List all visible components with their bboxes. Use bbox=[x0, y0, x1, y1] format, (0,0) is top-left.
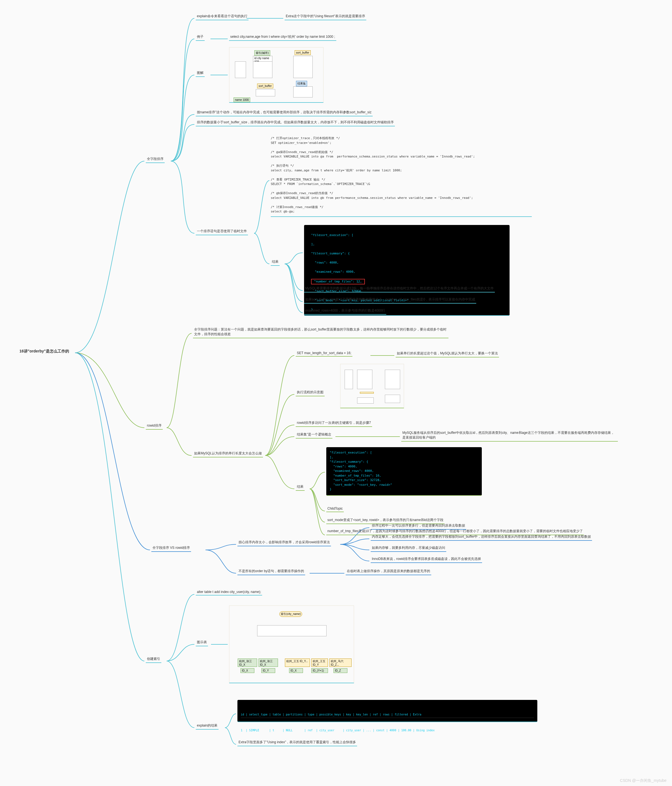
d1-rid: name 1000 bbox=[234, 97, 250, 102]
leaf-result-label: 结果 bbox=[271, 259, 279, 266]
d3-c1: 杭州_张三 ID_X bbox=[238, 659, 257, 667]
leaf-w2: 内存足够大，会优先选择全字段排序，把需要的字段都放到sort_buffer中，这… bbox=[371, 534, 592, 541]
leaf-diagram-label4: 图示表 bbox=[196, 640, 208, 646]
root-node: 16讲"orderby"是怎么工作的 bbox=[17, 347, 72, 355]
d1-resb bbox=[293, 86, 312, 97]
diagram-fullfield: 索引(城市) sort_buffer id city name age sort… bbox=[229, 47, 323, 103]
leaf-extra: Extra这个字段中的"Using filesort"表示的就是需要排序 bbox=[285, 14, 366, 20]
d3-v2: ID_Y bbox=[261, 668, 275, 673]
d2-b bbox=[357, 369, 372, 389]
leaf-alter: alter table t add index city_user(city, … bbox=[196, 590, 262, 596]
d1-sb: sort_buffer bbox=[295, 50, 311, 55]
d3-c3: 杭州_王五 ID_Y... bbox=[285, 659, 310, 667]
d1-r bbox=[293, 56, 312, 78]
leaf-note2: 排序的数据量小于sort_buffer_size，排序就在内存中完成。但如果排序… bbox=[196, 120, 395, 126]
d1-l bbox=[235, 61, 246, 78]
branch-fullfield: 全字段排序 bbox=[146, 157, 165, 163]
leaf-maxlen-note: 如果单行的长度超过这个值，MySQL就认为单行太大，要换一个算法 bbox=[396, 351, 499, 357]
leaf-r3: examined_rows=4000，表示参与排序的行数是4000行 bbox=[304, 308, 386, 315]
d3-node bbox=[257, 625, 327, 636]
diagram-index: 索引(city_name) 杭州_张三 ID_X 杭州_张三 ID_X 杭州_王… bbox=[229, 605, 354, 683]
d2-a bbox=[345, 369, 353, 389]
d3-v5: ID_Z bbox=[333, 668, 347, 673]
d3-v4: ID_(Y+1) bbox=[311, 668, 328, 673]
leaf-rowintro: 全字段排序问题：算法有一个问题，就是如果查询要返回的字段很多的话，那么sort_… bbox=[193, 327, 449, 338]
leaf-childtopic: ChildTopic bbox=[326, 506, 344, 512]
branch-vs: 全字段排序 VS rowid排序 bbox=[151, 545, 191, 552]
d1-m bbox=[253, 61, 272, 78]
leaf-explain: explain命令来看看这个语句的执行 bbox=[196, 14, 248, 20]
leaf-extra4: Extra字段里面多了"Using index"，表示的就是使用了覆盖索引，性能… bbox=[237, 740, 357, 746]
leaf-example-label: 例子 bbox=[196, 35, 205, 41]
d3-v3: ID_X bbox=[289, 668, 303, 673]
leaf-diagram-label: 图解 bbox=[196, 71, 205, 77]
terminal-explain: id | select_type | table | partitions | … bbox=[237, 700, 537, 722]
leaf-rowidq: rowid排序多访问了一次表t的主键索引，就是步骤7 bbox=[296, 420, 372, 427]
leaf-note1: 按name排序"这个动作，可能在内存中完成，也可能需要使用外部排序，这取决于排序… bbox=[196, 110, 373, 116]
leaf-w4: InnoDB表来说，rowid排序会要求回表多造成磁盘读，因此不会被优先选择 bbox=[371, 556, 482, 563]
d3-title: 索引(city_name) bbox=[279, 611, 302, 617]
d1-idx: 索引(城市) bbox=[254, 50, 270, 56]
d1-res: 结果集 bbox=[296, 81, 307, 86]
leaf-r1: MySQL将需要排序的数据分成12份，每一份单独排序后存在这些临时文件中，然后把… bbox=[304, 286, 495, 292]
leaf-w3: 如果内存够，就要多利用内存，尽量减少磁盘访问 bbox=[371, 545, 446, 552]
codeblock-trace: /* 打开optimizer_trace，只对本线程有效 */ SET opti… bbox=[271, 136, 532, 217]
d3-c5: 杭州_马六 ID_Z... bbox=[329, 659, 352, 667]
leaf-resultset-note: MySQL服务端从排序后的sort_buffer中依次取出id，然后到原表查到c… bbox=[401, 431, 618, 442]
branch-rowid: rowid排序 bbox=[146, 423, 163, 430]
d3-c2: 杭州_张三 ID_X bbox=[259, 659, 278, 667]
leaf-tmpfile: 一个排序语句是否使用了临时文件 bbox=[196, 229, 248, 235]
d1-sb2: sort_buffer bbox=[257, 83, 273, 88]
leaf-r2: 如果sort_buffer_size超过了需要排序的数据量的大小，number_… bbox=[304, 297, 476, 303]
leaf-result2: 结果 bbox=[296, 484, 305, 491]
d2-e bbox=[357, 398, 374, 404]
leaf-resultset: 结果集"是一个逻辑概念 bbox=[296, 432, 332, 439]
d2-c bbox=[385, 369, 400, 389]
leaf-explain-label: explain的结果 bbox=[196, 723, 218, 729]
diagram-rowid-flow bbox=[340, 364, 404, 408]
leaf-cond: 如果MySQL认为排序的单行长度太大会怎么做 bbox=[193, 451, 263, 457]
d1-sb2b bbox=[256, 89, 275, 96]
branch-index: 创建索引 bbox=[146, 657, 161, 663]
watermark: CSDN @一亦闲鱼_mytube bbox=[620, 778, 666, 783]
leaf-worry: 担心排序内存太小，会影响排序效率，才会采用rowid排序算法 bbox=[237, 540, 331, 546]
leaf-example-sql: select city,name,age from t where city='… bbox=[229, 35, 336, 41]
d3-v1: ID_X bbox=[240, 668, 254, 673]
d3-c4: 杭州_王五 ID_Y bbox=[311, 659, 328, 667]
leaf-w1: 排序过程中一次可以排序更多行，但是需要再回到原表去取数据 bbox=[371, 523, 466, 530]
d2-d bbox=[360, 392, 374, 393]
leaf-notall: 在临时表上做排序操作，其原因是原来的数据都是无序的 bbox=[346, 569, 431, 575]
leaf-flow: 执行流程的示意图 bbox=[296, 390, 325, 396]
leaf-notall-label: 不是所有的order by语句，都需要排序操作的 bbox=[237, 569, 305, 575]
leaf-maxlen: SET max_length_for_sort_data = 16; bbox=[296, 351, 352, 357]
d2-f bbox=[385, 395, 400, 403]
terminal-filesort2: "filesort_execution": [ ], "filesort_sum… bbox=[326, 447, 482, 496]
